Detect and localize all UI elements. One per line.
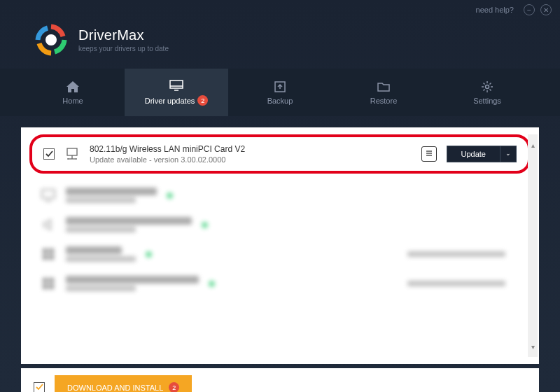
windows-device-icon: [41, 246, 56, 262]
monitor-device-icon: [41, 188, 56, 203]
nav-updates-label: Driver updates: [145, 97, 195, 105]
row-checkbox[interactable]: [43, 148, 55, 160]
nav-settings[interactable]: Settings: [435, 69, 539, 116]
svg-rect-21: [49, 278, 54, 283]
nav-restore[interactable]: Restore: [332, 69, 435, 116]
update-button-group: Update ⌄: [447, 146, 517, 162]
monitor-icon: [169, 79, 183, 92]
network-card-icon: [64, 146, 80, 162]
gear-icon: [480, 80, 494, 93]
audio-device-icon: [41, 217, 56, 232]
help-link[interactable]: need help?: [476, 6, 514, 14]
svg-rect-14: [42, 190, 55, 198]
svg-rect-6: [67, 148, 77, 155]
brand-subtitle: keeps your drivers up to date: [78, 45, 169, 52]
status-ok-icon: [146, 251, 152, 258]
svg-point-0: [46, 34, 57, 46]
scroll-down-icon[interactable]: ▾: [528, 336, 538, 357]
brand: DriverMax keeps your drivers up to date: [78, 27, 169, 52]
svg-point-5: [486, 85, 489, 88]
brand-title: DriverMax: [78, 27, 169, 43]
update-dropdown-button[interactable]: ⌄: [500, 146, 517, 162]
svg-rect-22: [43, 284, 48, 289]
updates-badge: 2: [197, 95, 208, 106]
status-ok-icon: [202, 222, 208, 228]
driver-row-highlighted: 802.11b/g Wireless LAN miniPCI Card V2 U…: [29, 134, 531, 174]
app-window: need help? − ✕ DriverMax keeps your driv…: [0, 0, 560, 392]
download-label: DOWNLOAD AND INSTALL: [67, 384, 163, 392]
driver-row[interactable]: [25, 181, 535, 210]
svg-rect-18: [43, 255, 48, 260]
nav-driver-updates[interactable]: Driver updates2: [125, 69, 228, 116]
details-button[interactable]: [421, 146, 437, 162]
svg-rect-17: [49, 248, 54, 253]
driver-name: 802.11b/g Wireless LAN miniPCI Card V2: [90, 144, 412, 154]
driver-row[interactable]: [25, 269, 535, 298]
minimize-button[interactable]: −: [524, 4, 535, 15]
svg-rect-20: [43, 278, 48, 283]
download-badge: 2: [169, 382, 179, 392]
status-ok-icon: [209, 281, 215, 287]
backup-icon: [273, 80, 287, 93]
close-button[interactable]: ✕: [540, 4, 552, 15]
svg-rect-16: [43, 248, 48, 253]
home-icon: [66, 80, 80, 93]
nav-backup[interactable]: Backup: [228, 69, 332, 116]
folder-icon: [377, 80, 391, 93]
nav-settings-label: Settings: [473, 97, 501, 105]
nav-backup-label: Backup: [267, 97, 293, 105]
driver-name: [66, 188, 157, 195]
select-all-checkbox[interactable]: [34, 382, 45, 393]
driver-list: ▴ ▾ 802.11b/g Wireless LAN miniPCI Card …: [21, 127, 539, 364]
nav-home[interactable]: Home: [21, 69, 125, 116]
svg-rect-23: [49, 284, 54, 289]
status-ok-icon: [167, 192, 173, 199]
driver-info: 802.11b/g Wireless LAN miniPCI Card V2 U…: [90, 144, 412, 164]
svg-rect-1: [170, 80, 183, 88]
scroll-up-icon[interactable]: ▴: [528, 134, 538, 155]
nav-bar: Home Driver updates2 Backup Restore Sett…: [0, 69, 560, 116]
svg-rect-19: [49, 255, 54, 260]
titlebar: need help? − ✕: [0, 0, 560, 20]
windows-device-icon: [41, 276, 56, 291]
driver-status: Update available - version 3.00.02.0000: [90, 155, 412, 164]
update-button[interactable]: Update: [447, 146, 500, 162]
download-install-button[interactable]: DOWNLOAD AND INSTALL 2: [55, 375, 192, 392]
driver-row[interactable]: [25, 210, 535, 239]
app-logo-icon: [35, 24, 67, 56]
nav-home-label: Home: [62, 97, 83, 105]
nav-restore-label: Restore: [370, 97, 398, 105]
bottom-action-bar: DOWNLOAD AND INSTALL 2: [21, 368, 539, 392]
driver-row[interactable]: [25, 239, 535, 269]
header: DriverMax keeps your drivers up to date: [0, 20, 560, 69]
